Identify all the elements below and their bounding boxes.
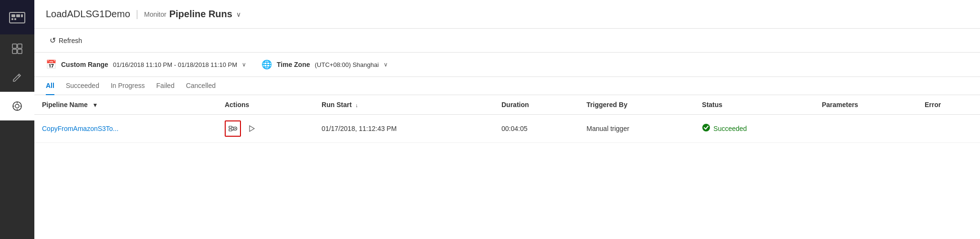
header: LoadADLSG1Demo | Monitor Pipeline Runs ∨ bbox=[34, 0, 980, 29]
pipeline-name-filter-icon[interactable]: ▼ bbox=[93, 102, 98, 109]
table-row: CopyFromAmazonS3To... bbox=[34, 115, 980, 143]
sidebar-item-monitor[interactable] bbox=[0, 92, 34, 120]
col-status-label: Status bbox=[702, 101, 722, 109]
col-error: Error bbox=[917, 95, 980, 115]
svg-rect-5 bbox=[14, 18, 16, 20]
svg-rect-13 bbox=[229, 129, 232, 131]
col-duration: Duration bbox=[494, 95, 579, 115]
timezone-dropdown-arrow[interactable]: ∨ bbox=[384, 61, 388, 68]
timezone-value: (UTC+08:00) Shanghai bbox=[315, 61, 379, 68]
svg-rect-6 bbox=[12, 44, 17, 48]
header-separator: | bbox=[136, 9, 138, 20]
sidebar bbox=[0, 0, 34, 239]
refresh-label: Refresh bbox=[59, 37, 82, 44]
header-pipeline-dropdown[interactable]: ∨ bbox=[236, 11, 241, 18]
globe-icon: 🌐 bbox=[261, 59, 272, 70]
col-pipeline-name-label: Pipeline Name bbox=[42, 101, 88, 109]
svg-rect-2 bbox=[16, 14, 20, 17]
pipeline-runs-table: Pipeline Name ▼ Actions Run Start ↓ Dura… bbox=[34, 95, 980, 143]
svg-rect-12 bbox=[229, 126, 232, 128]
timezone-control[interactable]: 🌐 Time Zone (UTC+08:00) Shanghai ∨ bbox=[261, 59, 388, 70]
svg-point-19 bbox=[702, 124, 710, 131]
col-actions: Actions bbox=[217, 95, 314, 115]
range-dropdown-arrow[interactable]: ∨ bbox=[242, 61, 246, 68]
col-parameters: Parameters bbox=[814, 95, 917, 115]
sidebar-logo bbox=[0, 0, 34, 34]
status-succeeded: Succeeded bbox=[702, 123, 806, 134]
svg-point-11 bbox=[15, 104, 19, 108]
svg-rect-8 bbox=[12, 49, 17, 54]
main-content: LoadADLSG1Demo | Monitor Pipeline Runs ∨… bbox=[34, 0, 980, 239]
cell-run-start: 01/17/2018, 11:12:43 PM bbox=[314, 115, 494, 143]
tab-failed[interactable]: Failed bbox=[156, 77, 175, 95]
rerun-button[interactable] bbox=[245, 122, 258, 135]
tab-cancelled[interactable]: Cancelled bbox=[186, 77, 216, 95]
view-activity-runs-button[interactable] bbox=[225, 120, 241, 137]
status-label: Succeeded bbox=[713, 125, 747, 132]
table-header-row: Pipeline Name ▼ Actions Run Start ↓ Dura… bbox=[34, 95, 980, 115]
svg-marker-17 bbox=[235, 128, 236, 130]
sidebar-item-dashboard[interactable] bbox=[0, 34, 34, 63]
col-duration-label: Duration bbox=[501, 101, 529, 109]
cell-actions bbox=[217, 115, 314, 143]
svg-rect-3 bbox=[21, 14, 23, 17]
svg-rect-7 bbox=[18, 44, 22, 48]
range-label: Custom Range bbox=[61, 61, 108, 68]
col-status: Status bbox=[694, 95, 814, 115]
activity-icon bbox=[228, 124, 238, 133]
sidebar-item-edit[interactable] bbox=[0, 63, 34, 92]
cell-parameters bbox=[814, 115, 917, 143]
col-run-start-label: Run Start bbox=[322, 101, 352, 109]
col-parameters-label: Parameters bbox=[822, 101, 858, 109]
header-pipeline-label: Pipeline Runs bbox=[169, 9, 232, 20]
col-actions-label: Actions bbox=[225, 101, 249, 109]
actions-cell bbox=[225, 120, 306, 137]
succeeded-icon bbox=[702, 123, 710, 134]
range-value: 01/16/2018 11:10 PM - 01/18/2018 11:10 P… bbox=[113, 61, 237, 68]
tab-inprogress[interactable]: In Progress bbox=[111, 77, 145, 95]
col-triggered-by-label: Triggered By bbox=[586, 101, 627, 109]
check-circle-icon bbox=[702, 123, 710, 132]
cell-status: Succeeded bbox=[694, 115, 814, 143]
cell-error bbox=[917, 115, 980, 143]
svg-marker-18 bbox=[250, 126, 254, 131]
tab-succeeded[interactable]: Succeeded bbox=[66, 77, 99, 95]
svg-rect-0 bbox=[10, 12, 25, 23]
tabs-bar: All Succeeded In Progress Failed Cancell… bbox=[34, 77, 980, 95]
refresh-icon: ↺ bbox=[50, 36, 56, 45]
timezone-label: Time Zone bbox=[277, 61, 310, 68]
filter-bar: 📅 Custom Range 01/16/2018 11:10 PM - 01/… bbox=[34, 53, 980, 77]
play-icon bbox=[248, 125, 255, 132]
pipeline-name-link[interactable]: CopyFromAmazonS3To... bbox=[42, 125, 118, 132]
header-monitor-label: Monitor bbox=[144, 11, 167, 18]
col-pipeline-name: Pipeline Name ▼ bbox=[34, 95, 217, 115]
col-error-label: Error bbox=[925, 101, 941, 109]
svg-rect-1 bbox=[11, 14, 15, 17]
cell-triggered-by: Manual trigger bbox=[579, 115, 694, 143]
col-triggered-by: Triggered By bbox=[579, 95, 694, 115]
svg-rect-4 bbox=[11, 18, 13, 20]
app-title: LoadADLSG1Demo bbox=[46, 9, 130, 20]
svg-rect-9 bbox=[18, 49, 22, 54]
cell-duration: 00:04:05 bbox=[494, 115, 579, 143]
tab-all[interactable]: All bbox=[46, 77, 54, 95]
toolbar: ↺ Refresh bbox=[34, 29, 980, 53]
pipeline-runs-table-container: Pipeline Name ▼ Actions Run Start ↓ Dura… bbox=[34, 95, 980, 239]
col-run-start: Run Start ↓ bbox=[314, 95, 494, 115]
calendar-icon: 📅 bbox=[46, 59, 56, 70]
custom-range-control[interactable]: 📅 Custom Range 01/16/2018 11:10 PM - 01/… bbox=[46, 59, 246, 70]
refresh-button[interactable]: ↺ Refresh bbox=[46, 34, 86, 47]
run-start-sort-icon[interactable]: ↓ bbox=[355, 102, 358, 108]
cell-pipeline-name: CopyFromAmazonS3To... bbox=[34, 115, 217, 143]
